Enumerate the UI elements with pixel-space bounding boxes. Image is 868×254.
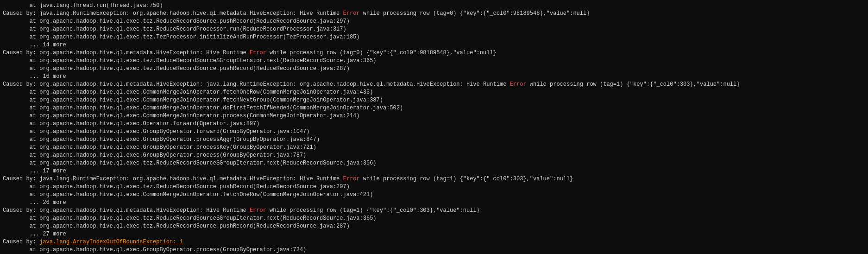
line-24: at org.apache.hadoop.hive.ql.exec.tez.Re…: [3, 183, 865, 191]
line-31: Caused by: java.lang.ArrayIndexOutOfBoun…: [3, 238, 865, 246]
line-10: ... 16 more: [3, 73, 865, 81]
line-17: at org.apache.hadoop.hive.ql.exec.GroupB…: [3, 128, 865, 136]
line-8: at org.apache.hadoop.hive.ql.exec.tez.Re…: [3, 57, 865, 65]
line-28: at org.apache.hadoop.hive.ql.exec.tez.Re…: [3, 215, 865, 222]
line-15: at org.apache.hadoop.hive.ql.exec.Common…: [3, 112, 865, 120]
line-7: Caused by: org.apache.hadoop.hive.ql.met…: [3, 49, 865, 57]
line-23: Caused by: java.lang.RuntimeException: o…: [3, 175, 865, 183]
line-26: ... 26 more: [3, 199, 865, 207]
line-29: at org.apache.hadoop.hive.ql.exec.tez.Re…: [3, 222, 865, 230]
line-14: at org.apache.hadoop.hive.ql.exec.Common…: [3, 104, 865, 112]
line-32: at org.apache.hadoop.hive.ql.exec.GroupB…: [3, 246, 865, 254]
line-3: at org.apache.hadoop.hive.ql.exec.tez.Re…: [3, 18, 865, 25]
line-9: at org.apache.hadoop.hive.ql.exec.tez.Re…: [3, 65, 865, 73]
line-4: at org.apache.hadoop.hive.ql.exec.tez.Re…: [3, 25, 865, 33]
line-16: at org.apache.hadoop.hive.ql.exec.Operat…: [3, 120, 865, 128]
line-19: at org.apache.hadoop.hive.ql.exec.GroupB…: [3, 144, 865, 152]
line-25: at org.apache.hadoop.hive.ql.exec.Common…: [3, 191, 865, 199]
line-30: ... 27 more: [3, 230, 865, 238]
line-5: at org.apache.hadoop.hive.ql.exec.tez.Te…: [3, 33, 865, 41]
terminal-window: at java.lang.Thread.run(Thread.java:750)…: [0, 0, 868, 254]
line-11: Caused by: org.apache.hadoop.hive.ql.met…: [3, 81, 865, 89]
line-22: ... 17 more: [3, 167, 865, 175]
line-21: at org.apache.hadoop.hive.ql.exec.tez.Re…: [3, 159, 865, 167]
line-18: at org.apache.hadoop.hive.ql.exec.GroupB…: [3, 136, 865, 144]
line-27: Caused by: org.apache.hadoop.hive.ql.met…: [3, 207, 865, 215]
line-1: at java.lang.Thread.run(Thread.java:750): [3, 2, 865, 10]
line-12: at org.apache.hadoop.hive.ql.exec.Common…: [3, 89, 865, 96]
line-2: Caused by: java.lang.RuntimeException: o…: [3, 10, 865, 18]
line-13: at org.apache.hadoop.hive.ql.exec.Common…: [3, 96, 865, 104]
line-20: at org.apache.hadoop.hive.ql.exec.GroupB…: [3, 152, 865, 159]
line-6: ... 14 more: [3, 41, 865, 49]
